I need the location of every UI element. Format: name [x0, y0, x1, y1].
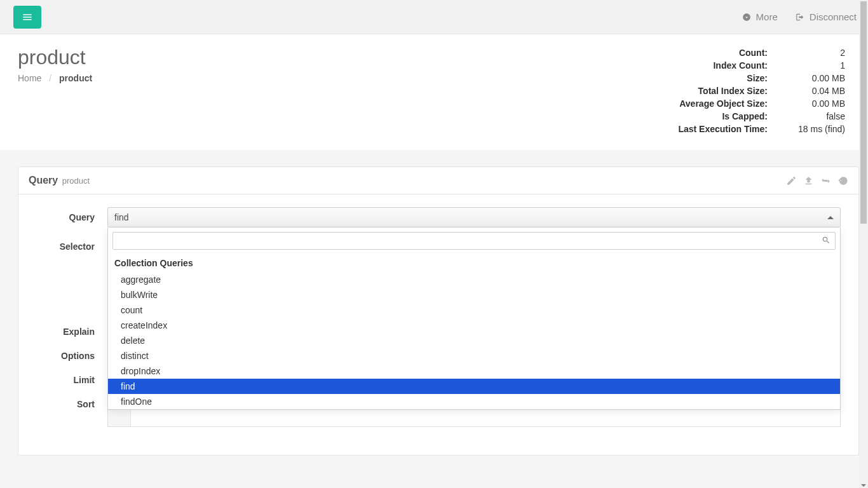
hamburger-icon	[22, 11, 33, 23]
top-navigation: More Disconnect	[0, 0, 868, 34]
chevron-down-circle-icon	[742, 13, 751, 22]
dropdown-item-createIndex[interactable]: createIndex	[108, 318, 840, 333]
stat-label: Average Object Size:	[674, 98, 771, 109]
menu-toggle-button[interactable]	[13, 6, 41, 29]
page-scrollbar[interactable]	[859, 0, 868, 456]
breadcrumb-separator: /	[49, 73, 51, 83]
dropdown-item-bulkWrite[interactable]: bulkWrite	[108, 287, 840, 302]
panel-subtitle-text: product	[62, 176, 90, 186]
page-header: product Home / product Count:2 Index Cou…	[0, 34, 868, 150]
breadcrumb-current: product	[59, 73, 92, 83]
page-title: product	[18, 46, 673, 69]
dropdown-item-aggregate[interactable]: aggregate	[108, 272, 840, 287]
query-type-select[interactable]: find	[107, 207, 841, 227]
stat-label: Total Index Size:	[674, 85, 771, 97]
caret-up-icon	[827, 216, 834, 219]
query-row: Query find Coll	[18, 207, 848, 227]
query-type-dropdown: Collection Queries aggregatebulkWritecou…	[107, 227, 841, 410]
scrollbar-thumb[interactable]	[860, 1, 867, 224]
dropdown-item-distinct[interactable]: distinct	[108, 348, 840, 363]
panel-body: Query find Coll	[18, 194, 858, 455]
stat-label: Is Capped:	[674, 111, 771, 122]
dropdown-item-count[interactable]: count	[108, 302, 840, 318]
dropdown-group-label: Collection Queries	[108, 254, 840, 272]
dropdown-search-input[interactable]	[112, 232, 836, 250]
stat-label: Count:	[674, 47, 771, 58]
collection-stats: Count:2 Index Count:1 Size:0.00 MB Total…	[673, 46, 850, 136]
edit-icon[interactable]	[786, 175, 797, 186]
dropdown-item-find[interactable]: find	[108, 379, 840, 394]
top-nav-right: More Disconnect	[742, 11, 857, 22]
history-icon[interactable]	[837, 175, 848, 186]
more-label: More	[756, 11, 778, 22]
search-icon	[822, 236, 831, 245]
dropdown-list[interactable]: Collection Queries aggregatebulkWritecou…	[108, 254, 840, 409]
query-panel: Query product Query find	[18, 166, 859, 456]
stat-value: 0.04 MB	[773, 85, 849, 97]
panel-actions	[786, 175, 848, 186]
dropdown-item-delete[interactable]: delete	[108, 333, 840, 348]
options-label: Options	[18, 346, 107, 361]
dropdown-item-dropIndex[interactable]: dropIndex	[108, 363, 840, 379]
panel-title: Query product	[29, 175, 90, 186]
dropdown-item-findOne[interactable]: findOne	[108, 394, 840, 409]
stat-value: 18 ms (find)	[773, 123, 849, 135]
panel-header: Query product	[18, 167, 858, 194]
stat-label: Last Execution Time:	[674, 123, 771, 135]
query-label: Query	[18, 207, 107, 227]
swap-icon[interactable]	[820, 175, 831, 186]
stat-label: Size:	[674, 72, 771, 84]
disconnect-button[interactable]: Disconnect	[796, 11, 857, 22]
explain-label: Explain	[18, 322, 107, 337]
stat-value: 0.00 MB	[773, 98, 849, 109]
query-select-value: find	[114, 212, 129, 222]
upload-icon[interactable]	[803, 175, 814, 186]
limit-label: Limit	[18, 370, 107, 385]
panel-title-text: Query	[29, 175, 58, 186]
stat-value: false	[773, 111, 849, 122]
breadcrumb: Home / product	[18, 73, 673, 83]
disconnect-label: Disconnect	[810, 11, 857, 22]
breadcrumb-home-link[interactable]: Home	[18, 73, 41, 83]
stat-label: Index Count:	[674, 60, 771, 71]
sort-label: Sort	[18, 394, 107, 427]
sign-out-icon	[796, 13, 804, 22]
stat-value: 1	[773, 60, 849, 71]
selector-label: Selector	[18, 236, 107, 252]
stat-value: 2	[773, 47, 849, 58]
stat-value: 0.00 MB	[773, 72, 849, 84]
more-menu-button[interactable]: More	[742, 11, 778, 22]
